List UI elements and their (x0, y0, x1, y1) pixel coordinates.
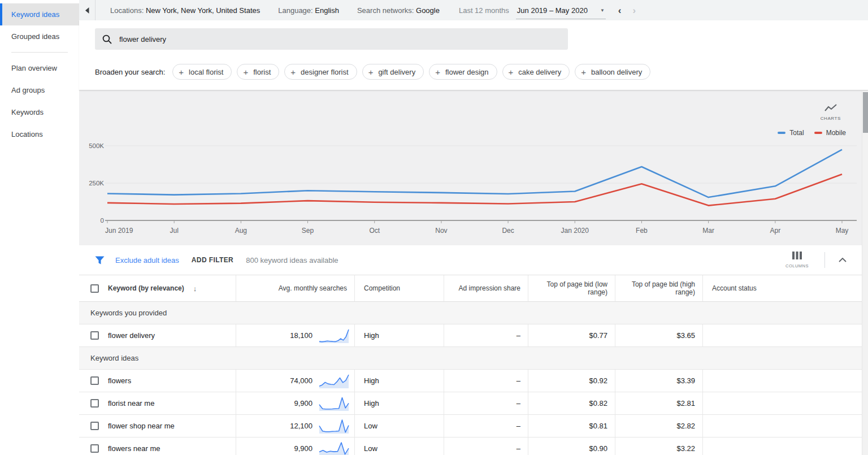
row-checkbox[interactable] (90, 444, 99, 453)
search-volume-line-chart: 0250K500KJun 2019JulAugSepOctNovDecJan 2… (79, 90, 868, 245)
vertical-scrollbar-thumb[interactable] (863, 92, 868, 133)
keyword-cell: flowers near me (79, 437, 236, 455)
plus-icon: + (435, 68, 440, 76)
charts-icon (824, 104, 837, 112)
select-all-checkbox[interactable] (90, 284, 99, 293)
charts-toggle-button[interactable]: CHARTS (821, 104, 841, 121)
account-status-cell (703, 324, 868, 346)
ad-impression-share-value: – (517, 399, 520, 408)
plus-icon: + (509, 68, 514, 76)
search-trend-sparkline (318, 440, 350, 455)
keyword-row-flowers-near-me[interactable]: flowers near me9,900Low–$0.90$3.22 (79, 437, 868, 455)
sidebar-nav: Keyword ideasGrouped ideasPlan overviewA… (0, 0, 79, 455)
broaden-chip-balloon-delivery[interactable]: +balloon delivery (575, 64, 650, 80)
broaden-chip-flower-design[interactable]: +flower design (429, 64, 497, 80)
filter-bar: Exclude adult ideas ADD FILTER 800 keywo… (79, 245, 868, 275)
avg-monthly-searches-cell: 18,100 (236, 324, 355, 346)
x-axis-label-Aug: Aug (235, 227, 247, 235)
networks-setting[interactable]: Search networks: Google (357, 6, 440, 15)
broaden-chip-gift-delivery[interactable]: +gift delivery (362, 64, 424, 80)
collapse-panel-button[interactable] (831, 258, 854, 262)
trend-chart-panel: CHARTS TotalMobile 0250K500KJun 2019JulA… (79, 90, 868, 245)
sidebar-item-keywords[interactable]: Keywords (0, 101, 79, 123)
exclude-adult-ideas-link[interactable]: Exclude adult ideas (115, 256, 179, 265)
chip-label: balloon delivery (591, 68, 642, 76)
keyword-planner-app: Keyword ideasGrouped ideasPlan overviewA… (0, 0, 868, 455)
keyword-row-florist-near-me[interactable]: florist near me9,900High–$0.82$2.81 (79, 392, 868, 415)
row-checkbox[interactable] (90, 422, 99, 430)
keyword-table: Keyword (by relevance) ↓ Avg. monthly se… (79, 275, 868, 455)
header-ad-impression-share[interactable]: Ad impression share (444, 275, 528, 301)
vertical-scrollbar-track[interactable] (862, 91, 868, 455)
back-arrow-icon (85, 7, 89, 14)
sidebar-item-plan-overview[interactable]: Plan overview (0, 57, 79, 79)
language-label: Language: (278, 6, 313, 15)
section-title: Keyword ideas (90, 354, 138, 362)
header-top-of-page-bid-high[interactable]: Top of page bid (high range) (615, 275, 703, 301)
keyword-row-flower-shop-near-me[interactable]: flower shop near me12,100Low–$0.81$2.82 (79, 415, 868, 437)
broaden-chip-local-florist[interactable]: +local florist (172, 64, 232, 80)
filter-funnel-icon[interactable] (95, 256, 105, 265)
header-competition[interactable]: Competition (355, 275, 444, 301)
sidebar-item-locations[interactable]: Locations (0, 123, 79, 145)
search-trend-sparkline (318, 372, 350, 389)
competition-cell: High (355, 324, 444, 346)
bid-low-value: $0.81 (589, 422, 607, 430)
account-status-cell (703, 370, 868, 392)
locations-label: Locations: (110, 6, 144, 15)
date-range-value: Jun 2019 – May 2020 (517, 6, 588, 15)
next-period-button[interactable]: › (632, 6, 636, 15)
locations-value: New York, New York, United States (146, 6, 260, 15)
sidebar-item-grouped-ideas[interactable]: Grouped ideas (0, 25, 79, 47)
settings-topbar: Locations: New York, New York, United St… (79, 0, 868, 20)
bid-high-value: $3.65 (676, 331, 695, 340)
x-axis-label-Jan-2020: Jan 2020 (561, 227, 589, 235)
row-checkbox[interactable] (90, 331, 99, 340)
account-status-cell (703, 392, 868, 414)
previous-period-button[interactable]: ‹ (618, 6, 622, 15)
broaden-chip-cake-delivery[interactable]: +cake delivery (502, 64, 570, 80)
legend-item-total[interactable]: Total (778, 129, 804, 137)
plus-icon: + (290, 68, 296, 76)
search-panel: Broaden your search: +local florist+flor… (79, 20, 868, 90)
columns-icon (792, 252, 802, 259)
searches-value: 9,900 (294, 444, 313, 453)
broaden-chip-designer-florist[interactable]: +designer florist (284, 64, 357, 80)
header-account-status[interactable]: Account status (703, 275, 868, 301)
columns-button[interactable]: COLUMNS (775, 252, 819, 268)
legend-item-mobile[interactable]: Mobile (814, 129, 846, 137)
date-range-select[interactable]: Jun 2019 – May 2020 ▼ (516, 2, 606, 19)
header-keyword[interactable]: Keyword (by relevance) ↓ (79, 275, 236, 301)
add-filter-button[interactable]: ADD FILTER (192, 256, 233, 264)
competition-cell: Low (355, 437, 444, 455)
header-avg-monthly-searches[interactable]: Avg. monthly searches (236, 275, 355, 301)
locations-setting[interactable]: Locations: New York, New York, United St… (110, 6, 260, 15)
bid-low-value: $0.77 (589, 331, 607, 340)
header-top-of-page-bid-low[interactable]: Top of page bid (low range) (528, 275, 615, 301)
y-axis-label-0: 0 (101, 217, 104, 224)
row-checkbox[interactable] (90, 399, 99, 408)
keyword-search-box[interactable] (95, 28, 568, 50)
y-axis-label-500K: 500K (89, 142, 104, 149)
x-axis-label-Sep: Sep (302, 227, 314, 235)
keyword-ideas-count: 800 keyword ideas available (246, 256, 338, 265)
sidebar-item-ad-groups[interactable]: Ad groups (0, 79, 79, 101)
dropdown-arrow-icon: ▼ (600, 8, 605, 13)
sidebar-item-keyword-ideas[interactable]: Keyword ideas (0, 3, 79, 25)
keyword-row-flower-delivery[interactable]: flower delivery18,100High–$0.77$3.65 (79, 324, 868, 347)
ad-impression-share-cell: – (444, 392, 528, 414)
chip-label: local florist (189, 68, 223, 76)
keyword-row-flowers[interactable]: flowers74,000High–$0.92$3.39 (79, 370, 868, 392)
x-axis-label-Feb: Feb (636, 227, 648, 235)
back-button[interactable] (79, 0, 96, 20)
bid-high-value: $2.81 (676, 399, 695, 408)
sort-descending-icon: ↓ (193, 284, 197, 293)
competition-cell: Low (355, 415, 444, 437)
language-setting[interactable]: Language: English (278, 6, 339, 15)
sidebar-item-label: Locations (11, 130, 43, 138)
search-input[interactable] (119, 35, 515, 44)
keyword-text: flowers (108, 376, 131, 385)
broaden-chip-florist[interactable]: +florist (237, 64, 279, 80)
sidebar-divider (11, 52, 68, 53)
row-checkbox[interactable] (90, 376, 99, 385)
